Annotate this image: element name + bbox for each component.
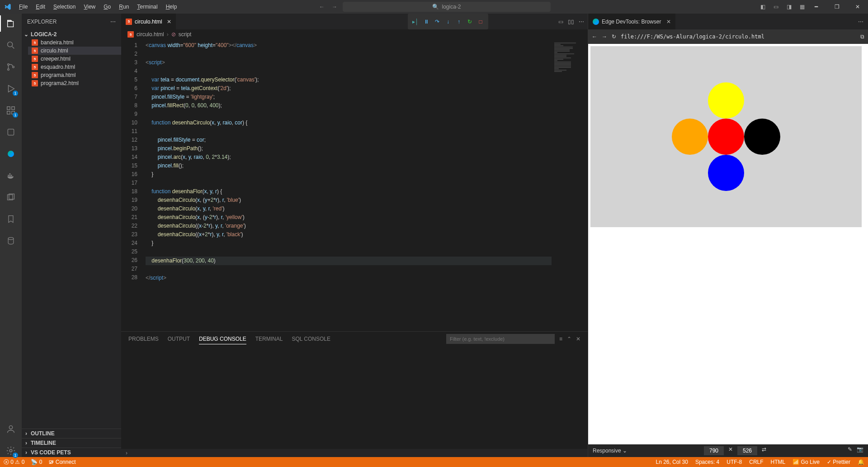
edge-icon[interactable] [5,148,17,160]
nav-forward-icon[interactable]: → [330,2,339,11]
command-center[interactable]: 🔍 logica-2 [343,2,551,12]
file-bandeira-html[interactable]: 5bandeira.html [28,38,121,47]
debug-console-output[interactable] [121,346,588,449]
chevron-right-icon: › [126,450,127,456]
screencast-icon[interactable]: ✎ [848,446,852,455]
browser-viewport[interactable] [588,44,868,444]
tab-circulo[interactable]: 5 circulo.html ✕ [121,14,176,29]
panel-settings-icon[interactable]: ≡ [559,336,562,342]
panel-tab-terminal[interactable]: TERMINAL [255,334,283,344]
layout-customize-icon[interactable]: ▦ [800,4,805,10]
responsive-dropdown[interactable]: Responsive ⌄ [593,448,627,454]
status-language[interactable]: HTML [771,459,786,465]
status-errors[interactable]: ⓧ 0 ⚠ 0 [4,458,24,466]
browser-forward-icon[interactable]: → [602,33,607,40]
more-actions-icon[interactable]: ⋯ [579,19,584,25]
file-programa-html[interactable]: 5programa.html [28,71,121,79]
status-eol[interactable]: CRLF [749,459,763,465]
screenshot-icon[interactable]: 📷 [857,446,863,455]
minimap[interactable] [552,39,588,331]
status-prettier[interactable]: ✓ Prettier [827,459,850,465]
console-filter-input[interactable] [446,334,555,344]
open-external-icon[interactable]: ⧉ [860,33,864,40]
code-content[interactable]: <canvas width="600" height="400"></canva… [144,39,552,331]
section-vs-code-pets[interactable]: ›VS CODE PETS [22,448,121,457]
projects-icon[interactable] [5,191,17,204]
editor-body[interactable]: 1234567891011121314151617181920212223242… [121,39,588,331]
continue-icon[interactable]: ▸│ [410,17,420,27]
menu-view[interactable]: View [80,2,99,12]
file-creeper-html[interactable]: 5creeper.html [28,55,121,63]
bookmark-icon[interactable] [5,213,17,225]
browser-tab[interactable]: Edge DevTools: Browser ✕ [588,14,675,29]
breadcrumb[interactable]: 5 circulo.html › ⊘ script [121,29,588,39]
menu-file[interactable]: File [15,2,31,12]
pause-icon[interactable]: ⏸ [421,17,431,27]
panel-tab-output[interactable]: OUTPUT [168,334,190,344]
explorer-icon[interactable] [5,17,17,30]
maximize-button[interactable]: ❐ [826,0,847,14]
file-programa2-html[interactable]: 5programa2.html [28,79,121,87]
restart-icon[interactable]: ↻ [465,17,475,27]
section-timeline[interactable]: ›TIMELINE [22,438,121,448]
layout-primary-icon[interactable]: ◧ [760,4,765,10]
panel-tab-debug-console[interactable]: DEBUG CONSOLE [199,334,246,344]
section-outline[interactable]: ›OUTLINE [22,429,121,438]
status-golive[interactable]: 📶 Go Live [793,459,820,465]
settings-gear-icon[interactable]: 1 [5,444,17,457]
source-control-icon[interactable] [5,61,17,73]
status-ports[interactable]: 📡 0 [31,459,42,465]
panel-tab-problems[interactable]: PROBLEMS [128,334,159,344]
menu-run[interactable]: Run [115,2,132,12]
menu-selection[interactable]: Selection [50,2,79,12]
panel-close-icon[interactable]: ✕ [576,336,580,342]
account-icon[interactable] [5,423,17,435]
menu-edit[interactable]: Edit [32,2,49,12]
menu-go[interactable]: Go [100,2,114,12]
browser-reload-icon[interactable]: ↻ [612,33,616,40]
run-debug-icon[interactable]: 1 [5,82,17,95]
search-icon[interactable] [5,39,17,52]
panel-maximize-icon[interactable]: ⌃ [567,336,571,342]
browser-url[interactable]: file:///F:/WS/ws-Alura/logica-2/circulo.… [621,33,856,40]
status-connect[interactable]: 🖳 Connect [48,459,75,465]
html-file-icon: 5 [127,31,134,38]
close-tab-icon[interactable]: ✕ [167,19,171,25]
layout-panel-icon[interactable]: ▭ [774,4,778,10]
devtools-icon[interactable] [5,126,17,138]
browser-back-icon[interactable]: ← [592,33,597,40]
svg-rect-12 [9,173,11,175]
database-icon[interactable] [5,234,17,247]
file-circulo-html[interactable]: 5circulo.html [28,47,121,55]
menu-terminal[interactable]: Terminal [133,2,161,12]
devtools-toggle-icon[interactable]: ▭ [558,19,563,25]
stop-icon[interactable]: □ [476,17,486,27]
status-encoding[interactable]: UTF-8 [726,459,742,465]
browser-more-icon[interactable]: ⋯ [854,19,868,25]
extensions-icon[interactable]: 1 [5,104,17,117]
close-button[interactable]: ✕ [847,0,868,14]
vscode-logo-icon [0,3,15,10]
viewport-width-input[interactable] [704,446,724,455]
file-esquadro-html[interactable]: 5esquadro.html [28,63,121,71]
step-over-icon[interactable]: ↷ [432,17,442,27]
nav-back-icon[interactable]: ← [317,2,326,11]
layout-side-icon[interactable]: ◨ [787,4,792,10]
project-folder[interactable]: ⌄ LOGICA-2 [22,30,121,38]
status-cursor[interactable]: Ln 26, Col 30 [656,459,688,465]
docker-icon[interactable] [5,169,17,182]
project-name: LOGICA-2 [31,31,57,38]
rotate-icon[interactable]: ⇄ [762,446,766,455]
status-spaces[interactable]: Spaces: 4 [695,459,719,465]
more-icon[interactable]: ⋯ [110,19,116,25]
close-browser-tab-icon[interactable]: ✕ [666,19,671,25]
panel-tab-sql-console[interactable]: SQL CONSOLE [292,334,330,344]
step-into-icon[interactable]: ↓ [443,17,453,27]
panel-breadcrumb[interactable]: › [121,449,588,457]
split-editor-icon[interactable]: ▯▯ [568,19,574,25]
menu-help[interactable]: Help [162,2,181,12]
viewport-height-input[interactable] [737,446,757,455]
status-bell-icon[interactable]: 🔔 [858,459,864,465]
step-out-icon[interactable]: ↑ [454,17,464,27]
minimize-button[interactable]: ━ [806,0,826,14]
